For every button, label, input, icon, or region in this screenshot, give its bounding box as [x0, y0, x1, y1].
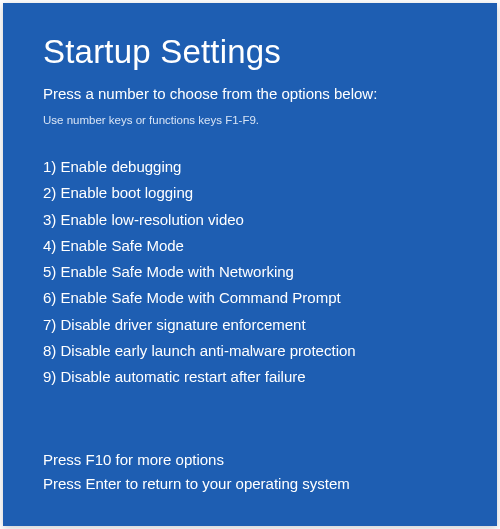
- options-list: 1) Enable debugging 2) Enable boot loggi…: [43, 154, 463, 390]
- option-9-disable-auto-restart[interactable]: 9) Disable automatic restart after failu…: [43, 364, 463, 390]
- spacer: [43, 410, 463, 448]
- page-title: Startup Settings: [43, 33, 463, 71]
- option-4-safe-mode[interactable]: 4) Enable Safe Mode: [43, 233, 463, 259]
- hint-text: Use number keys or functions keys F1-F9.: [43, 114, 463, 126]
- option-5-safe-mode-networking[interactable]: 5) Enable Safe Mode with Networking: [43, 259, 463, 285]
- option-2-boot-logging[interactable]: 2) Enable boot logging: [43, 180, 463, 206]
- option-8-disable-anti-malware[interactable]: 8) Disable early launch anti-malware pro…: [43, 338, 463, 364]
- option-6-safe-mode-command-prompt[interactable]: 6) Enable Safe Mode with Command Prompt: [43, 285, 463, 311]
- option-3-low-resolution-video[interactable]: 3) Enable low-resolution video: [43, 207, 463, 233]
- option-7-disable-driver-signature[interactable]: 7) Disable driver signature enforcement: [43, 312, 463, 338]
- more-options-hint[interactable]: Press F10 for more options: [43, 448, 463, 472]
- return-hint[interactable]: Press Enter to return to your operating …: [43, 472, 463, 496]
- instruction-text: Press a number to choose from the option…: [43, 85, 463, 102]
- startup-settings-screen: Startup Settings Press a number to choos…: [3, 3, 497, 526]
- option-1-debugging[interactable]: 1) Enable debugging: [43, 154, 463, 180]
